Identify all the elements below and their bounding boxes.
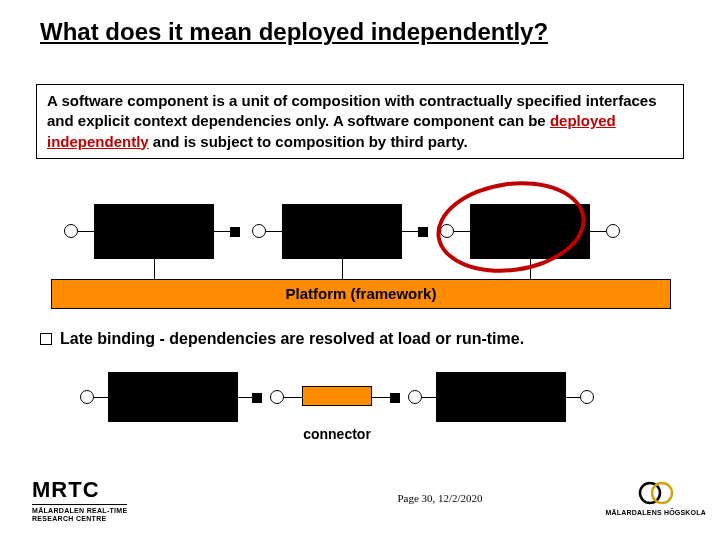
- connector-diagram: connector: [70, 364, 630, 444]
- svg-point-0: [640, 483, 660, 503]
- component-box: [108, 372, 238, 422]
- port-square-icon: [230, 227, 240, 237]
- connector-label: connector: [298, 426, 376, 442]
- port-circle-icon: [80, 390, 94, 404]
- port-circle-icon: [580, 390, 594, 404]
- port-line: [566, 397, 580, 398]
- port-square-icon: [418, 227, 428, 237]
- port-line: [422, 397, 436, 398]
- stem-line: [342, 259, 343, 279]
- port-line: [94, 397, 108, 398]
- component-box: [94, 204, 214, 259]
- highlight-ellipse: [430, 172, 591, 282]
- bullet-text: Late binding - dependencies are resolved…: [60, 330, 524, 347]
- university-logo: MÄLARDALENS HÖGSKOLA: [606, 479, 706, 516]
- component-box: [282, 204, 402, 259]
- port-circle-icon: [408, 390, 422, 404]
- port-circle-icon: [252, 224, 266, 238]
- port-circle-icon: [64, 224, 78, 238]
- port-square-icon: [252, 393, 262, 403]
- port-line: [590, 231, 606, 232]
- port-line: [238, 397, 252, 398]
- bullet-square-icon: [40, 333, 52, 345]
- definition-text-post: and is subject to composition by third p…: [149, 133, 468, 150]
- university-name: MÄLARDALENS HÖGSKOLA: [606, 509, 706, 516]
- bullet-item: Late binding - dependencies are resolved…: [40, 330, 680, 348]
- connector-box: [302, 386, 372, 406]
- port-line: [284, 397, 302, 398]
- platform-bar: Platform (framework): [51, 279, 671, 309]
- stem-line: [154, 259, 155, 279]
- slide-title: What does it mean deployed independently…: [40, 18, 680, 46]
- platform-diagram: Platform (framework): [36, 194, 684, 314]
- logo-sub1: MÄLARDALEN REAL-TIME: [32, 504, 127, 514]
- port-line: [266, 231, 282, 232]
- logo-sub2: RESEARCH CENTRE: [32, 515, 127, 522]
- port-line: [214, 231, 230, 232]
- port-line: [78, 231, 94, 232]
- definition-box: A software component is a unit of compos…: [36, 84, 684, 159]
- component-box: [436, 372, 566, 422]
- port-circle-icon: [606, 224, 620, 238]
- university-rings-icon: [636, 479, 676, 507]
- port-square-icon: [390, 393, 400, 403]
- logo-text: MRTC: [32, 477, 127, 503]
- svg-point-1: [652, 483, 672, 503]
- port-line: [372, 397, 390, 398]
- port-circle-icon: [270, 390, 284, 404]
- mrtc-logo: MRTC MÄLARDALEN REAL-TIME RESEARCH CENTR…: [32, 477, 127, 522]
- port-line: [402, 231, 418, 232]
